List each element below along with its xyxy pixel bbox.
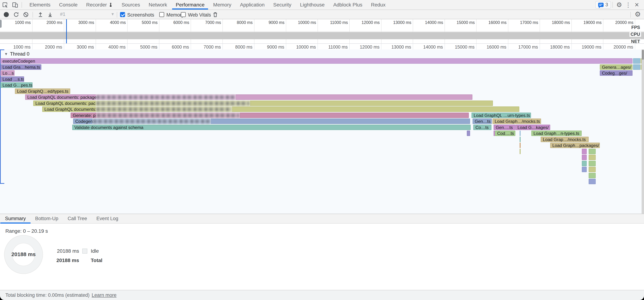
flame-bar[interactable]: [589, 155, 596, 160]
flame-bar[interactable]: [640, 64, 642, 70]
flame-bar-validate-documents-against-schema[interactable]: Validate documents against schema: [72, 125, 470, 130]
flame-bar[interactable]: [520, 137, 520, 142]
flame-bar[interactable]: [589, 149, 596, 154]
flame-bar-load-graphql-urn-types-ts[interactable]: Load GraphQL …urn-types.ts: [472, 113, 531, 118]
flame-scrollbar-thumb[interactable]: [642, 50, 644, 60]
tab-performance[interactable]: Performance: [172, 0, 209, 10]
overview-tick-label: 2000 ms: [46, 20, 62, 25]
overview-tick-label: 18000 ms: [552, 20, 570, 25]
redacted-blur: [96, 106, 232, 113]
flame-bar-co-ts[interactable]: Co…ts: [473, 125, 492, 130]
flame-bar-codeg-ges[interactable]: Codeg…ges/: [600, 70, 632, 76]
lane-label-net: NET: [630, 39, 641, 44]
flame-bar[interactable]: [589, 161, 596, 166]
tab-bottom-up[interactable]: Bottom-Up: [30, 214, 63, 223]
overview-tick-label: 5000 ms: [142, 20, 158, 25]
flame-bar-label: Validate documents against schema: [72, 125, 470, 130]
flame-bar-generate-p[interactable]: Generate: p: [70, 113, 469, 118]
flame-bar-load-graph-n-types-ts[interactable]: Load Graph…n-types.ts: [531, 131, 582, 136]
flame-bar-load-g-kages[interactable]: Load G…kages/: [515, 125, 550, 130]
tab-memory[interactable]: Memory: [209, 0, 236, 10]
tab-console[interactable]: Console: [55, 0, 82, 10]
flame-bar-load-g-pes-ts[interactable]: Load G…pes.ts: [0, 82, 32, 88]
device-toolbar-icon[interactable]: [10, 0, 20, 10]
tab-security[interactable]: Security: [269, 0, 296, 10]
checkbox-label-screenshots[interactable]: Screenshots: [127, 12, 154, 18]
flame-bar-load-graphq-ed-types-ts[interactable]: Load GraphQ…ed/types.ts: [15, 89, 70, 94]
flame-bar-load-s-ts[interactable]: Load …s.ts: [0, 77, 24, 82]
checkbox-label-web-vitals[interactable]: Web Vitals: [188, 12, 211, 18]
timeline-overview[interactable]: 1000 ms2000 ms3000 ms4000 ms5000 ms6000 …: [0, 19, 644, 44]
save-profile-icon[interactable]: [47, 11, 53, 18]
flame-bar-load-graphql-documents[interactable]: Load GraphQL documents:: [42, 107, 519, 112]
history-selector[interactable]: #1: [60, 12, 66, 17]
devtools-tabbar: ElementsConsoleRecorderSourcesNetworkPer…: [0, 0, 644, 10]
tab-call-tree[interactable]: Call Tree: [63, 214, 92, 223]
flame-bar-load-graph-mocks-ts[interactable]: Load Graph…/mocks.ts: [492, 119, 541, 124]
close-devtools-icon[interactable]: ×: [632, 1, 642, 9]
tab-redux[interactable]: Redux: [367, 0, 390, 10]
flame-bar[interactable]: [589, 179, 596, 184]
tab-network[interactable]: Network: [144, 0, 172, 10]
flame-bar[interactable]: [582, 149, 587, 154]
devtools-window: ElementsConsoleRecorderSourcesNetworkPer…: [0, 0, 644, 300]
flame-bar[interactable]: [589, 167, 596, 172]
flame-bar[interactable]: [633, 64, 640, 70]
flame-bar-load-graphql-documents-package[interactable]: Load GraphQL documents: package: [25, 94, 472, 100]
overview-tick-label: 4000 ms: [110, 20, 126, 25]
tab-recorder[interactable]: Recorder: [82, 0, 117, 10]
flame-bar[interactable]: [520, 131, 520, 136]
flame-bar-gen-ts[interactable]: Gen…ts: [472, 119, 492, 124]
tab-sources[interactable]: Sources: [117, 0, 144, 10]
flame-bar-load-gra-hema-ts[interactable]: Load Gra…hema.ts: [0, 64, 41, 70]
flame-bar[interactable]: [582, 155, 587, 160]
flame-bar-executecodegen[interactable]: executeCodegen: [0, 58, 632, 64]
inspect-element-icon[interactable]: [0, 0, 10, 10]
flame-bar-codegen[interactable]: Codegen:: [73, 119, 470, 124]
thread-header[interactable]: ▼ Thread 0: [4, 51, 30, 57]
issues-button[interactable]: 3: [595, 1, 611, 9]
flame-bar-genera-ages[interactable]: Genera…ages/: [600, 64, 632, 70]
flame-bar[interactable]: [582, 167, 587, 172]
flame-bar-gen-ts[interactable]: Gen….ts: [494, 125, 515, 130]
clear-recording-icon[interactable]: [23, 12, 29, 18]
flame-chart[interactable]: ▼ Thread 0 executeCodegenLoad Gra…hema.t…: [0, 50, 644, 214]
flame-bar[interactable]: [467, 131, 470, 136]
overview-playhead[interactable]: [66, 19, 67, 43]
tab-event-log[interactable]: Event Log: [92, 214, 123, 223]
flame-scrollbar-track[interactable]: [642, 50, 644, 214]
learn-more-link[interactable]: Learn more: [92, 292, 116, 298]
kebab-menu-icon[interactable]: ⋮: [624, 1, 632, 9]
flame-bar-load-grap-mocks-ts[interactable]: Load Grap…/mocks.ts: [541, 137, 589, 142]
settings-gear-icon[interactable]: ⚙: [614, 1, 624, 9]
reload-and-record-icon[interactable]: [13, 12, 19, 18]
tab-elements[interactable]: Elements: [25, 0, 55, 10]
tab-lighthouse[interactable]: Lighthouse: [296, 0, 329, 10]
checkbox-screenshots[interactable]: [120, 12, 125, 17]
flame-bar-lo-s[interactable]: Lo…s: [0, 70, 14, 76]
record-button[interactable]: [4, 12, 9, 17]
flame-bar[interactable]: [520, 149, 520, 154]
tab-application[interactable]: Application: [236, 0, 269, 10]
capture-settings-gear-icon[interactable]: ⚙: [635, 10, 641, 18]
delete-recording-icon[interactable]: [212, 11, 218, 18]
overview-tick-label: 1000 ms: [15, 20, 31, 25]
tab-adblock-plus[interactable]: Adblock Plus: [329, 0, 367, 10]
history-dropdown-caret-icon[interactable]: ▼: [111, 12, 115, 17]
load-profile-icon[interactable]: [37, 11, 44, 18]
overview-tick-label: 13000 ms: [393, 20, 411, 25]
overview-left-handle[interactable]: [0, 20, 2, 28]
flame-bar[interactable]: [582, 161, 587, 166]
checkbox-web-vitals[interactable]: [181, 12, 186, 17]
flame-bar-load-graph-packages[interactable]: Load Graph…packages/: [550, 143, 600, 148]
tab-label: Application: [240, 2, 264, 8]
flame-bar-load-graphql-documents-pac[interactable]: Load GraphQL documents: pac: [33, 101, 493, 106]
flame-bar[interactable]: [640, 58, 642, 64]
flame-bar[interactable]: [520, 143, 520, 148]
flame-bar[interactable]: [494, 131, 495, 136]
tab-summary[interactable]: Summary: [0, 214, 30, 223]
flame-bar[interactable]: [589, 173, 596, 178]
checkbox-memory[interactable]: [159, 12, 164, 17]
flame-bar[interactable]: [633, 58, 640, 64]
flame-bar-cod-ts[interactable]: Cod….ts: [495, 131, 515, 136]
